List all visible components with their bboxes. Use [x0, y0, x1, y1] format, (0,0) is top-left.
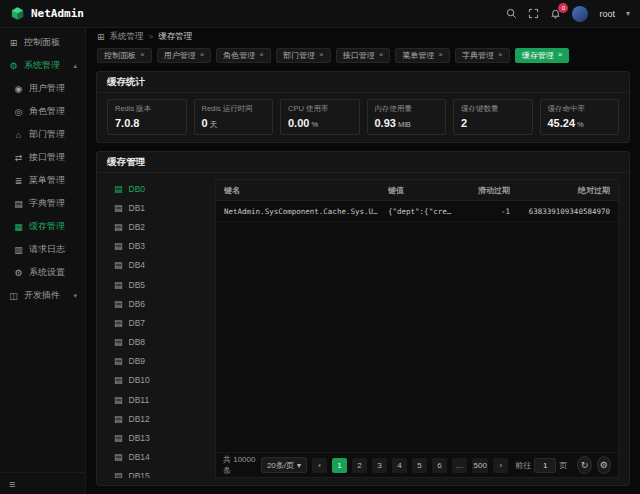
tab-dashboard[interactable]: 控制面板×	[97, 48, 152, 63]
tabs-bar: 控制面板× 用户管理× 角色管理× 部门管理× 接口管理× 菜单管理× 字典管理…	[86, 45, 640, 65]
page-size-select[interactable]: 20条/页 ▾	[261, 457, 307, 473]
db-label: DB14	[129, 452, 150, 462]
db-list-item[interactable]: ▤DB14	[107, 448, 207, 467]
sidebar-item-label: 接口管理	[29, 151, 65, 164]
logo-cube-icon	[10, 6, 25, 21]
db-list-item[interactable]: ▤DB1	[107, 198, 207, 217]
app-logo[interactable]: NetAdmin	[10, 6, 84, 21]
close-icon[interactable]: ×	[379, 51, 384, 59]
page-button[interactable]: 3	[372, 458, 387, 473]
db-list-item[interactable]: ▤DB9	[107, 352, 207, 371]
fullscreen-icon[interactable]	[528, 8, 539, 19]
column-header-key: 键名	[224, 185, 380, 196]
avatar[interactable]	[572, 6, 588, 22]
tab-api-mgmt[interactable]: 接口管理×	[336, 48, 391, 63]
username[interactable]: root	[599, 9, 615, 19]
sidebar-item-user-mgmt[interactable]: ◉ 用户管理	[0, 77, 85, 100]
tab-cache-mgmt[interactable]: 缓存管理×	[515, 48, 570, 63]
notification-bell-icon[interactable]: 0	[550, 8, 561, 19]
tab-label: 部门管理	[283, 50, 315, 61]
sidebar-item-dashboard[interactable]: ⊞ 控制面板	[0, 31, 85, 54]
sidebar-menu: ⊞ 控制面板 ⚙ 系统管理 ▴ ◉ 用户管理 ◎ 角色管理 ⌂	[0, 28, 85, 472]
sidebar-item-label: 角色管理	[29, 105, 65, 118]
database-icon: ▤	[114, 337, 123, 347]
close-icon[interactable]: ×	[319, 51, 324, 59]
page-button[interactable]: 4	[392, 458, 407, 473]
sidebar-item-cache-mgmt[interactable]: ▦ 缓存管理	[0, 215, 85, 238]
tab-dict-mgmt[interactable]: 字典管理×	[455, 48, 510, 63]
next-page-button[interactable]: ›	[493, 458, 508, 473]
db-list-item[interactable]: ▤DB11	[107, 390, 207, 409]
search-icon[interactable]	[506, 8, 517, 19]
stat-value: 2	[461, 117, 467, 129]
sidebar-item-dict-mgmt[interactable]: ▤ 字典管理	[0, 192, 85, 215]
refresh-button[interactable]: ↻	[577, 456, 591, 474]
db-list-item[interactable]: ▤DB3	[107, 237, 207, 256]
page-button[interactable]: 2	[352, 458, 367, 473]
db-label: DB11	[129, 395, 150, 405]
db-list-item[interactable]: ▤DB15	[107, 467, 207, 478]
sidebar-item-system-mgmt[interactable]: ⚙ 系统管理 ▴	[0, 54, 85, 77]
page-button[interactable]: 1	[332, 458, 347, 473]
stat-redis-version: Redis 版本 7.0.8	[107, 99, 187, 135]
gear-icon: ⚙	[600, 460, 608, 470]
sidebar-item-role-mgmt[interactable]: ◎ 角色管理	[0, 100, 85, 123]
db-list-item[interactable]: ▤DB4	[107, 256, 207, 275]
tab-label: 控制面板	[104, 50, 136, 61]
tab-dept-mgmt[interactable]: 部门管理×	[276, 48, 331, 63]
db-list-item[interactable]: ▤DB5	[107, 275, 207, 294]
cache-keys-table: 键名 键值 滑动过期 绝对过期 NetAdmin.SysComponent.Ca…	[215, 179, 619, 478]
db-list-item[interactable]: ▤DB8	[107, 333, 207, 352]
db-list-item[interactable]: ▤DB6	[107, 294, 207, 313]
db-list-item[interactable]: ▤DB13	[107, 428, 207, 447]
page-button[interactable]: 6	[432, 458, 447, 473]
sidebar-item-dept-mgmt[interactable]: ⌂ 部门管理	[0, 123, 85, 146]
db-list-item[interactable]: ▤DB0	[107, 179, 207, 198]
chevron-down-icon[interactable]: ▾	[626, 9, 630, 18]
cache-stats-card: 缓存统计 Redis 版本 7.0.8 Redis 运行时间 0天 CPU 使用…	[96, 71, 630, 143]
chevron-up-icon: ▴	[73, 62, 77, 70]
header-actions: 0 root ▾	[506, 6, 630, 22]
cell-absolute-expire: 638339109340584970	[518, 207, 610, 216]
db-list-item[interactable]: ▤DB2	[107, 217, 207, 236]
sidebar-item-system-settings[interactable]: ⚙ 系统设置	[0, 261, 85, 284]
dictionary-icon: ▤	[13, 199, 24, 209]
more-pages-button[interactable]: …	[452, 458, 467, 473]
stat-label: Redis 版本	[115, 104, 179, 114]
goto-label: 前往	[515, 460, 531, 471]
sidebar-item-api-mgmt[interactable]: ⇄ 接口管理	[0, 146, 85, 169]
table-row[interactable]: NetAdmin.SysComponent.Cache.Sys.UserCach…	[216, 201, 618, 222]
close-icon[interactable]: ×	[200, 51, 205, 59]
chevron-down-icon: ▾	[297, 461, 301, 470]
db-list-item[interactable]: ▤DB12	[107, 409, 207, 428]
breadcrumb-root[interactable]: 系统管理	[110, 31, 144, 43]
chevron-down-icon: ▾	[73, 292, 77, 300]
goto-page-input[interactable]	[534, 458, 556, 473]
menu-icon: ≣	[13, 176, 24, 186]
sidebar-item-dev-plugins[interactable]: ◫ 开发插件 ▾	[0, 284, 85, 307]
page-button[interactable]: 500	[472, 458, 488, 473]
close-icon[interactable]: ×	[140, 51, 145, 59]
db-label: DB4	[129, 260, 146, 270]
refresh-icon: ↻	[581, 460, 589, 470]
table-settings-button[interactable]: ⚙	[597, 456, 611, 474]
close-icon[interactable]: ×	[438, 51, 443, 59]
close-icon[interactable]: ×	[558, 51, 563, 59]
db-list-item[interactable]: ▤DB10	[107, 371, 207, 390]
page-button[interactable]: 5	[412, 458, 427, 473]
sidebar-item-menu-mgmt[interactable]: ≣ 菜单管理	[0, 169, 85, 192]
table-header: 键名 键值 滑动过期 绝对过期	[216, 180, 618, 201]
close-icon[interactable]: ×	[498, 51, 503, 59]
tab-role-mgmt[interactable]: 角色管理×	[216, 48, 271, 63]
db-list-item[interactable]: ▤DB7	[107, 313, 207, 332]
gear-icon: ⚙	[8, 61, 19, 71]
collapse-sidebar-icon[interactable]: ≡	[9, 478, 15, 490]
sidebar-item-request-log[interactable]: ▥ 请求日志	[0, 238, 85, 261]
database-icon: ▤	[114, 433, 123, 443]
stat-label: 缓存命中率	[548, 104, 612, 114]
breadcrumb-separator-icon: >	[149, 32, 154, 41]
tab-menu-mgmt[interactable]: 菜单管理×	[395, 48, 450, 63]
close-icon[interactable]: ×	[259, 51, 264, 59]
prev-page-button[interactable]: ‹	[312, 458, 327, 473]
tab-user-mgmt[interactable]: 用户管理×	[157, 48, 212, 63]
